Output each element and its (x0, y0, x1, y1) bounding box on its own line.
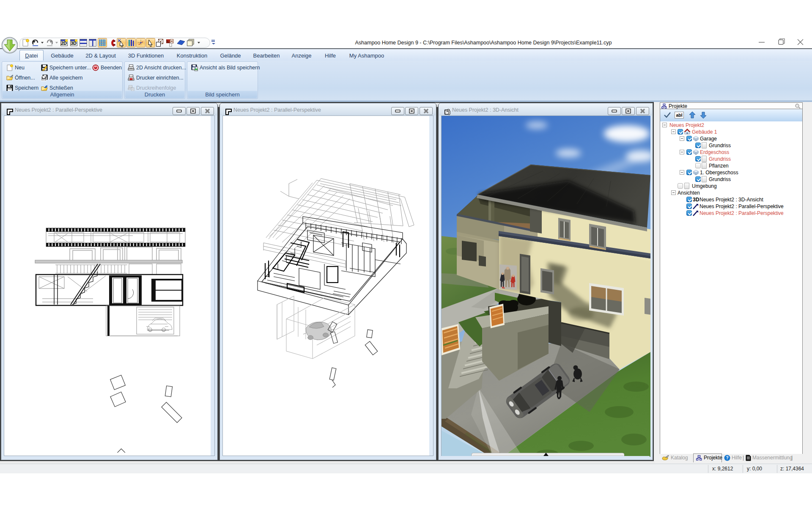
svg-text:2D: 2D (61, 41, 67, 46)
svg-text:?: ? (726, 456, 728, 460)
svg-text:3D: 3D (71, 41, 77, 46)
